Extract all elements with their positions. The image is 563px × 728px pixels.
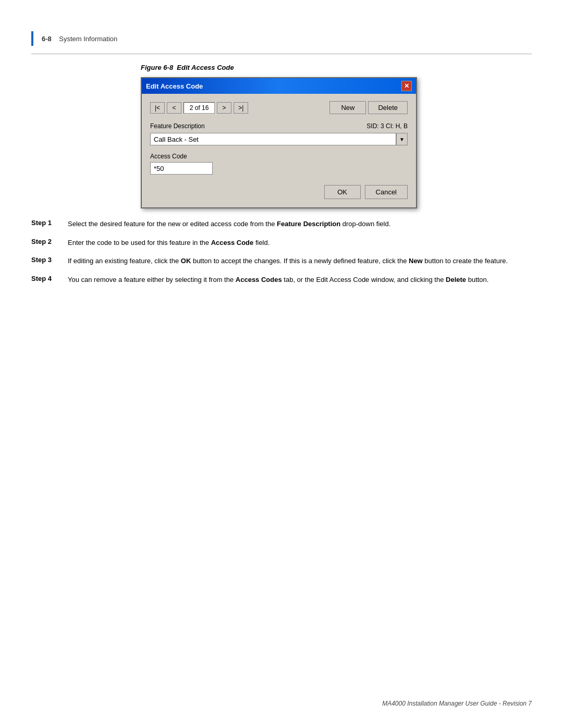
dialog-body: |< < 2 of 16 > >| New Delete Feature Des…	[142, 94, 416, 207]
steps-section: Step 1Select the desired feature for the…	[31, 219, 532, 293]
ok-button[interactable]: OK	[324, 185, 361, 199]
nav-last-button[interactable]: >|	[234, 102, 248, 114]
dialog-close-button[interactable]: ✕	[401, 81, 412, 91]
page-divider	[31, 54, 532, 54]
sid-info: SID: 3 CI: H, B	[366, 122, 408, 130]
header-section-number: 6-8 System Information	[42, 35, 117, 43]
edit-access-code-dialog: Edit Access Code ✕ |< < 2 of 16 > >| New…	[141, 77, 417, 208]
feature-dropdown-wrapper: ▼	[150, 133, 408, 145]
feature-description-row: Feature Description SID: 3 CI: H, B	[150, 122, 408, 130]
nav-row: |< < 2 of 16 > >| New Delete	[150, 101, 408, 114]
feature-description-label: Feature Description	[150, 122, 205, 130]
step-text-4: You can remove a feature either by selec…	[68, 275, 532, 285]
page-footer: MA4000 Installation Manager User Guide -…	[382, 700, 532, 707]
step-label-3: Step 3	[31, 256, 63, 264]
step-row-2: Step 2Enter the code to be used for this…	[31, 238, 532, 248]
nav-next-button[interactable]: >	[217, 102, 231, 114]
dialog-title: Edit Access Code	[146, 82, 203, 90]
dialog-wrapper: Edit Access Code ✕ |< < 2 of 16 > >| New…	[141, 77, 417, 208]
nav-first-button[interactable]: |<	[150, 102, 165, 114]
cancel-button[interactable]: Cancel	[365, 185, 408, 199]
step-label-2: Step 2	[31, 238, 63, 245]
dialog-footer: OK Cancel	[150, 185, 408, 199]
step-row-3: Step 3If editing an existing feature, cl…	[31, 256, 532, 266]
new-button[interactable]: New	[329, 101, 366, 114]
step-label-1: Step 1	[31, 219, 63, 227]
blue-bar-accent	[31, 31, 33, 46]
step-text-1: Select the desired feature for the new o…	[68, 219, 532, 229]
access-code-input[interactable]	[150, 162, 213, 175]
step-label-4: Step 4	[31, 275, 63, 282]
feature-dropdown-input[interactable]	[150, 133, 396, 145]
delete-button[interactable]: Delete	[368, 101, 408, 114]
nav-prev-button[interactable]: <	[167, 102, 181, 114]
access-code-label: Access Code	[150, 153, 408, 160]
step-row-1: Step 1Select the desired feature for the…	[31, 219, 532, 229]
dropdown-arrow-icon[interactable]: ▼	[396, 133, 408, 145]
step-row-4: Step 4You can remove a feature either by…	[31, 275, 532, 285]
step-text-2: Enter the code to be used for this featu…	[68, 238, 532, 248]
nav-counter: 2 of 16	[183, 102, 215, 114]
figure-label: Figure 6-8 Edit Access Code	[141, 64, 234, 71]
dialog-titlebar: Edit Access Code ✕	[142, 78, 416, 94]
page-header: 6-8 System Information	[31, 31, 117, 46]
step-text-3: If editing an existing feature, click th…	[68, 256, 532, 266]
